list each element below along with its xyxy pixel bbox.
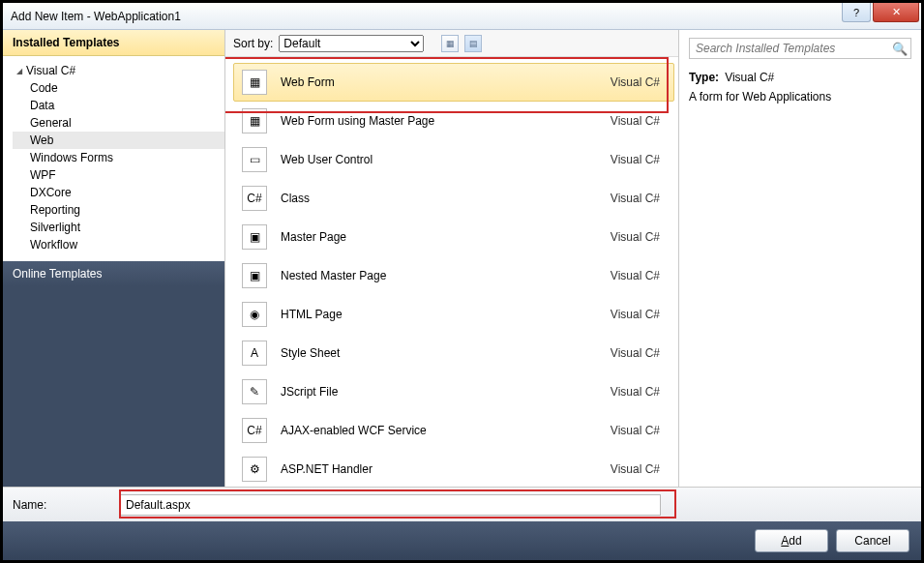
template-item-label: Nested Master Page: [281, 269, 611, 282]
template-item[interactable]: ▦Web FormVisual C#: [233, 63, 674, 102]
tree-item-code[interactable]: Code: [13, 79, 224, 97]
sort-select[interactable]: Default: [279, 35, 424, 52]
online-templates-header[interactable]: Online Templates: [3, 261, 224, 286]
tree-item-data[interactable]: Data: [13, 97, 224, 114]
template-item-language: Visual C#: [611, 75, 666, 89]
title-bar: Add New Item - WebApplication1 ? ✕: [3, 3, 921, 30]
type-value: Visual C#: [725, 71, 774, 84]
template-tree: Visual C# CodeDataGeneralWebWindows Form…: [3, 56, 224, 261]
template-item-label: Web Form: [281, 75, 611, 89]
window-buttons: ? ✕: [842, 3, 921, 29]
window-title: Add New Item - WebApplication1: [11, 10, 842, 23]
template-item[interactable]: ▦Web Form using Master PageVisual C#: [233, 102, 674, 140]
tree-item-dxcore[interactable]: DXCore: [13, 184, 224, 201]
installed-templates-header[interactable]: Installed Templates: [3, 30, 224, 56]
template-item[interactable]: ▭Web User ControlVisual C#: [233, 140, 674, 179]
tree-item-general[interactable]: General: [13, 114, 224, 132]
name-bar: Name:: [3, 487, 921, 521]
description: A form for Web Applications: [689, 90, 911, 104]
template-item-label: Master Page: [281, 230, 611, 244]
template-item-language: Visual C#: [611, 114, 666, 128]
template-list-panel: Sort by: Default ▦ ▤ ▦Web FormVisual C#▦…: [225, 30, 679, 487]
name-label: Name:: [13, 498, 119, 512]
js-icon: ✎: [242, 379, 267, 404]
master-icon: ▣: [242, 224, 267, 250]
template-item-label: Class: [281, 192, 611, 205]
name-input[interactable]: [119, 494, 661, 516]
class-icon: C#: [242, 186, 267, 211]
add-button[interactable]: Add: [755, 529, 828, 552]
tree-item-wpf[interactable]: WPF: [13, 166, 224, 184]
handler-icon: ⚙: [242, 457, 267, 482]
search-icon[interactable]: 🔍: [889, 42, 910, 56]
template-item[interactable]: ▣Nested Master PageVisual C#: [233, 256, 674, 295]
template-item-language: Visual C#: [611, 385, 666, 399]
search-input[interactable]: [690, 42, 889, 55]
template-item-label: JScript File: [281, 385, 611, 399]
tree-item-windows-forms[interactable]: Windows Forms: [13, 149, 224, 166]
template-item-language: Visual C#: [611, 153, 666, 166]
template-item-label: Style Sheet: [281, 346, 611, 360]
template-item-label: AJAX-enabled WCF Service: [281, 424, 611, 437]
left-panel: Installed Templates Visual C# CodeDataGe…: [3, 30, 225, 487]
template-item[interactable]: ✎JScript FileVisual C#: [233, 372, 674, 411]
tree-item-workflow[interactable]: Workflow: [13, 236, 224, 253]
sort-label: Sort by:: [233, 37, 273, 50]
template-item[interactable]: ⚙ASP.NET HandlerVisual C#: [233, 450, 674, 487]
tree-item-reporting[interactable]: Reporting: [13, 201, 224, 219]
details-panel: 🔍 Type:Visual C# A form for Web Applicat…: [679, 30, 921, 487]
template-item-language: Visual C#: [611, 346, 666, 360]
template-item[interactable]: ▣Master PageVisual C#: [233, 218, 674, 256]
template-item-language: Visual C#: [611, 462, 666, 476]
html-icon: ◉: [242, 302, 267, 327]
tree-item-silverlight[interactable]: Silverlight: [13, 219, 224, 236]
tree-item-web[interactable]: Web: [13, 132, 224, 149]
view-small-icons-button[interactable]: ▦: [441, 35, 459, 52]
template-item-language: Visual C#: [611, 269, 666, 282]
template-item[interactable]: AStyle SheetVisual C#: [233, 334, 674, 372]
left-panel-fill: [3, 286, 224, 487]
tree-root-visual-csharp[interactable]: Visual C#: [13, 62, 224, 79]
template-item[interactable]: ◉HTML PageVisual C#: [233, 295, 674, 334]
view-details-button[interactable]: ▤: [464, 35, 482, 52]
search-box[interactable]: 🔍: [689, 38, 911, 59]
close-button[interactable]: ✕: [873, 3, 919, 22]
type-row: Type:Visual C#: [689, 71, 911, 84]
master-icon: ▣: [242, 263, 267, 288]
template-item[interactable]: C#AJAX-enabled WCF ServiceVisual C#: [233, 411, 674, 450]
help-button[interactable]: ?: [842, 3, 871, 22]
form-icon: ▦: [242, 70, 267, 95]
wcf-icon: C#: [242, 418, 267, 443]
template-item-language: Visual C#: [611, 308, 666, 321]
template-item-label: ASP.NET Handler: [281, 462, 611, 476]
type-label: Type:: [689, 71, 719, 84]
form-icon: ▦: [242, 108, 267, 133]
css-icon: A: [242, 341, 267, 366]
template-list[interactable]: ▦Web FormVisual C#▦Web Form using Master…: [225, 57, 678, 487]
control-icon: ▭: [242, 147, 267, 172]
dialog-button-bar: Add Cancel: [3, 521, 921, 560]
add-button-rest: dd: [789, 534, 801, 548]
template-item[interactable]: C#ClassVisual C#: [233, 179, 674, 218]
template-item-label: HTML Page: [281, 308, 611, 321]
sort-bar: Sort by: Default ▦ ▤: [225, 30, 678, 57]
template-item-language: Visual C#: [611, 230, 666, 244]
template-item-label: Web User Control: [281, 153, 611, 166]
cancel-button[interactable]: Cancel: [836, 529, 909, 552]
template-item-language: Visual C#: [611, 424, 666, 437]
template-item-label: Web Form using Master Page: [281, 114, 611, 128]
template-item-language: Visual C#: [611, 192, 666, 205]
